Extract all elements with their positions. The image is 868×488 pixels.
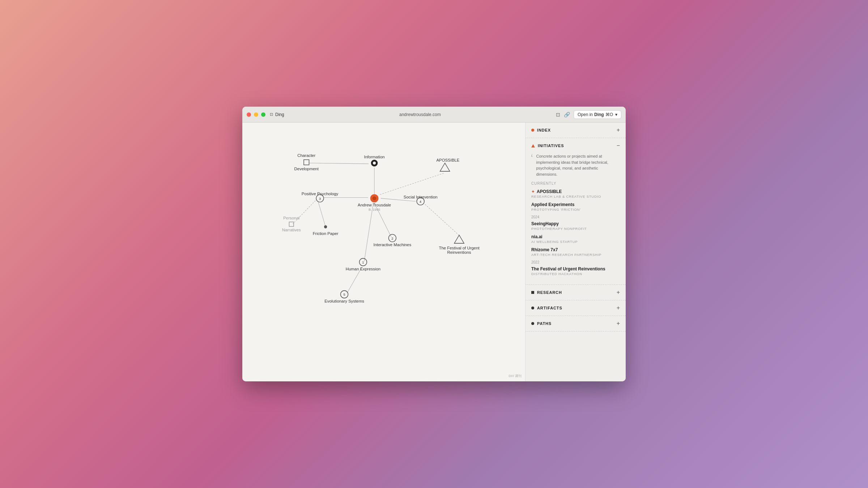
svg-text:4: 4 [420,200,421,204]
tab-label[interactable]: Ding [275,112,284,117]
character-dev-node[interactable] [304,160,309,165]
svg-text:1: 1 [362,261,364,264]
rhizome-title: Rhizome 7x7 [531,247,558,252]
apossible-star: ✦ [531,189,535,194]
sidebar-header-left-paths: PATHS [531,321,552,326]
research-toggle[interactable]: + [617,289,620,296]
sidebar-header-index[interactable]: INDEX + [526,123,626,138]
initiatives-desc-i: i. [531,153,533,181]
link-icon[interactable]: 🔗 [564,112,570,117]
sidebar-header-left-initiatives: INITIATIVES [531,144,564,148]
niaai-name: nia.ai [531,234,620,239]
social-intervention-label: Social Intervention [404,195,438,199]
initiatives-label: INITIATIVES [538,144,564,148]
content-area: Information APOSSIBLE Character Developm… [242,123,626,381]
open-in-app: Ding [594,112,604,117]
apossible-title: APOSSIBLE [537,189,562,194]
watermark: DIX 调刊 [509,374,522,378]
tab-favicon: ⊡ [270,112,273,117]
friction-paper-label: Friction Paper [313,231,339,236]
research-indicator [531,291,534,294]
initiative-rhizome[interactable]: Rhizome 7x7 ART-TECH RESEARCH PARTNERSHI… [531,247,620,257]
seeinghappy-title: SeeingHappy [531,221,559,226]
sidebar-header-left-artifacts: ARTIFACTS [531,306,562,310]
sidebar-section-paths: PATHS + [526,316,626,331]
paths-label: PATHS [537,321,552,326]
interactive-machines-label: Interactive Machines [374,243,412,247]
festival-title: The Festival of Urgent Reinventions [531,266,605,271]
minimize-button[interactable] [254,112,258,117]
sidebar-section-artifacts: ARTIFACTS + [526,300,626,316]
personal-narratives-node[interactable] [289,222,294,226]
titlebar: ⊡ Ding andrewtrousdale.com ⊡ 🔗 Open in D… [242,107,626,123]
initiatives-toggle[interactable]: − [617,142,620,149]
url-text[interactable]: andrewtrousdale.com [399,112,441,117]
paths-toggle[interactable]: + [617,320,620,327]
initiative-seeinghappy[interactable]: SeeingHappy PHOTOTHERAPY NONPROFIT [531,221,620,231]
maximize-button[interactable] [261,112,265,117]
character-dev-label-2: Development [294,167,319,171]
applied-exp-sub: PROTOTYPING 'FRICTION' [531,207,620,211]
chevron-down-icon[interactable]: ▾ [615,112,617,117]
sidebar-header-left-index: INDEX [531,128,551,132]
friction-paper-node[interactable] [324,225,327,228]
apossible-node[interactable] [440,163,450,171]
initiative-applied-experiments[interactable]: Applied Experiments PROTOTYPING 'FRICTIO… [531,202,620,211]
seeinghappy-sub: PHOTOTHERAPY NONPROFIT [531,227,620,231]
andrew-birth-label: B. 1995 [369,208,380,211]
sidebar-header-paths[interactable]: PATHS + [526,316,626,331]
tab-area: ⊡ Ding [270,112,284,117]
applied-exp-title: Applied Experiments [531,202,574,207]
open-in-button[interactable]: Open in Ding ⌘O ▾ [574,110,621,119]
sidebar-header-initiatives[interactable]: INITIATIVES − [526,138,626,153]
year-2022: 2022 [531,260,620,264]
share-icon[interactable]: ⊡ [556,112,560,117]
sidebar-section-initiatives: INITIATIVES − i. Concrete actions or pro… [526,138,626,285]
initiatives-description-row: i. Concrete actions or projects aimed at… [531,153,620,181]
artifacts-indicator [531,307,534,309]
year-2024: 2024 [531,215,620,219]
festival-label-1: The Festival of Urgent [439,246,480,250]
open-in-shortcut: ⌘O [605,112,613,117]
festival-node[interactable] [454,235,464,243]
index-toggle[interactable]: + [617,127,620,133]
apossible-sub: RESEARCH LAB & CREATIVE STUDIO [531,194,620,198]
network-map: Information APOSSIBLE Character Developm… [242,123,525,381]
initiatives-description: Concrete actions or projects aimed at im… [536,153,620,177]
index-label: INDEX [537,128,551,132]
svg-text:2: 2 [391,237,393,240]
festival-name: The Festival of Urgent Reinventions [531,266,620,271]
paths-indicator [531,322,534,325]
currently-label: CURRENTLY [531,181,620,185]
sidebar-header-artifacts[interactable]: ARTIFACTS + [526,300,626,316]
svg-point-13 [373,196,376,200]
svg-text:3: 3 [319,197,321,201]
sidebar-header-research[interactable]: RESEARCH + [526,285,626,300]
apossible-label: APOSSIBLE [436,158,459,162]
artifacts-toggle[interactable]: + [617,305,620,311]
svg-point-11 [373,162,376,164]
index-indicator [531,129,534,132]
character-dev-label-1: Character [297,153,315,158]
research-label: RESEARCH [537,290,562,295]
evolutionary-systems-label: Evolutionary Systems [324,299,364,303]
apossible-name: ✦ APOSSIBLE [531,189,620,194]
sidebar: INDEX + INITIATIVES − i. Conc [525,123,626,381]
niaai-sub: AI WELLBEING STARTUP [531,240,620,244]
seeinghappy-name: SeeingHappy [531,221,620,226]
festival-sub: DISTRIBUTED HACKATHON [531,272,620,276]
andrew-label: Andrew Trousdale [358,203,391,207]
open-in-label: Open in [578,112,593,117]
artifacts-label: ARTIFACTS [537,306,562,310]
map-area[interactable]: Information APOSSIBLE Character Developm… [242,123,525,381]
initiatives-body: i. Concrete actions or projects aimed at… [526,153,626,284]
festival-label-2: Reinventions [447,250,471,254]
url-bar: andrewtrousdale.com [284,112,556,117]
close-button[interactable] [247,112,251,117]
initiative-apossible[interactable]: ✦ APOSSIBLE RESEARCH LAB & CREATIVE STUD… [531,189,620,198]
personal-narratives-label-1: Personal [283,216,299,220]
sidebar-section-index: INDEX + [526,123,626,138]
svg-line-9 [425,204,459,235]
initiative-niaai[interactable]: nia.ai AI WELLBEING STARTUP [531,234,620,244]
initiative-festival[interactable]: The Festival of Urgent Reinventions DIST… [531,266,620,276]
